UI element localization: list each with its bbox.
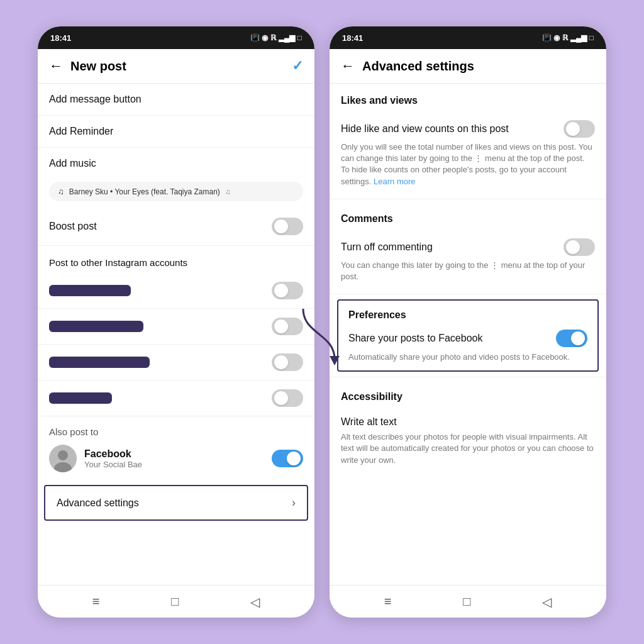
boost-post-item[interactable]: Boost post	[38, 208, 314, 246]
left-confirm-button[interactable]: ✓	[292, 58, 303, 74]
divider-2	[330, 294, 606, 294]
share-facebook-label: Share your posts to Facebook	[348, 333, 482, 344]
right-phone: 18:41 📳 ◉ ℝ ▂▄▆ □ ← Advanced settings Li…	[330, 26, 606, 618]
right-home-icon[interactable]: □	[463, 594, 470, 609]
right-back-nav-icon[interactable]: ◁	[542, 594, 552, 609]
boost-toggle[interactable]	[272, 218, 303, 235]
preferences-title: Preferences	[348, 309, 587, 321]
left-status-time: 18:41	[50, 33, 71, 43]
right-battery-icon: 📳 ◉ ℝ ▂▄▆ □	[542, 33, 594, 42]
add-music-item[interactable]: Add music	[38, 148, 314, 179]
alt-text-label: Write alt text	[341, 416, 397, 428]
svg-marker-3	[330, 356, 340, 365]
censored-account-2	[49, 321, 143, 332]
music-chip[interactable]: ♫ Barney Sku • Your Eyes (feat. Taqiya Z…	[49, 182, 303, 201]
also-post-label: Also post to	[49, 426, 303, 437]
left-nav-header: ← New post ✓	[38, 49, 314, 84]
share-facebook-toggle[interactable]	[556, 330, 587, 347]
advanced-settings-row[interactable]: Advanced settings ›	[44, 485, 308, 521]
right-status-time: 18:41	[342, 33, 363, 43]
comments-header: Comments	[330, 202, 606, 230]
hide-like-counts-label: Hide like and view counts on this post	[341, 123, 556, 135]
turn-off-commenting-row: Turn off commenting	[341, 238, 595, 256]
turn-off-commenting-item[interactable]: Turn off commenting You can change this …	[330, 230, 606, 291]
censored-account-1	[49, 285, 131, 296]
home-icon[interactable]: □	[171, 594, 179, 609]
left-phone: 18:41 📳 ◉ ℝ ▂▄▆ □ ← New post ✓ Add messa…	[38, 26, 314, 618]
right-bottom-nav: ≡ □ ◁	[330, 585, 606, 618]
commenting-toggle[interactable]	[564, 238, 595, 256]
hide-likes-toggle[interactable]	[564, 120, 595, 138]
censored-account-3	[49, 357, 150, 368]
facebook-name: Facebook	[84, 448, 264, 460]
boost-post-label: Boost post	[49, 221, 97, 232]
divider-3	[330, 377, 606, 377]
add-reminder-item[interactable]: Add Reminder	[38, 116, 314, 148]
facebook-avatar	[49, 445, 77, 472]
share-row[interactable]: Share your posts to Facebook	[348, 330, 587, 347]
account-row-3[interactable]	[38, 345, 314, 380]
account-row-2[interactable]	[38, 309, 314, 345]
hide-likes-desc: Only you will see the total number of li…	[341, 142, 595, 187]
add-reminder-label: Add Reminder	[49, 126, 113, 137]
facebook-row[interactable]: Facebook Your Social Bae	[49, 445, 303, 472]
hide-like-counts-row: Hide like and view counts on this post	[341, 120, 595, 138]
account-row-1[interactable]	[38, 273, 314, 309]
facebook-info: Facebook Your Social Bae	[84, 448, 264, 469]
hide-like-counts-item[interactable]: Hide like and view counts on this post O…	[330, 111, 606, 196]
account-4-toggle[interactable]	[272, 389, 303, 407]
right-hamburger-icon[interactable]: ≡	[384, 594, 392, 609]
right-status-bar: 18:41 📳 ◉ ℝ ▂▄▆ □	[330, 26, 606, 49]
hamburger-icon[interactable]: ≡	[92, 594, 100, 609]
divider-1	[330, 199, 606, 199]
facebook-handle: Your Social Bae	[84, 460, 264, 469]
left-bottom-nav: ≡ □ ◁	[38, 585, 314, 618]
back-nav-icon[interactable]: ◁	[250, 594, 260, 609]
left-screen-content: Add message button Add Reminder Add musi…	[38, 84, 314, 585]
svg-point-1	[58, 450, 68, 460]
preferences-box: Preferences Share your posts to Facebook…	[337, 299, 599, 372]
music-chip-text: Barney Sku • Your Eyes (feat. Taqiya Zam…	[69, 187, 220, 196]
advanced-settings-label: Advanced settings	[57, 497, 139, 509]
post-to-accounts-label: Post to other Instagram accounts	[38, 246, 314, 273]
right-screen-content: Likes and views Hide like and view count…	[330, 84, 606, 585]
left-back-button[interactable]: ←	[49, 58, 63, 74]
also-post-section: Also post to Facebook Your Social Bae	[38, 416, 314, 477]
battery-icon: 📳 ◉ ℝ ▂▄▆ □	[250, 33, 302, 42]
accessibility-header: Accessibility	[330, 380, 606, 408]
turn-off-commenting-label: Turn off commenting	[341, 242, 556, 253]
right-status-icons: 📳 ◉ ℝ ▂▄▆ □	[542, 33, 594, 42]
facebook-toggle[interactable]	[272, 450, 303, 467]
learn-more-link[interactable]: Learn more	[374, 177, 415, 186]
add-music-label: Add music	[49, 158, 96, 169]
chevron-right-icon: ›	[292, 496, 296, 509]
right-nav-header: ← Advanced settings	[330, 49, 606, 84]
curved-arrow	[297, 296, 347, 372]
share-facebook-desc: Automatically share your photo and video…	[348, 352, 587, 362]
right-back-button[interactable]: ←	[341, 58, 355, 74]
commenting-desc: You can change this later by going to th…	[341, 260, 595, 282]
music-note-icon: ♫	[58, 187, 64, 196]
right-page-title: Advanced settings	[362, 59, 595, 74]
phones-container: 18:41 📳 ◉ ℝ ▂▄▆ □ ← New post ✓ Add messa…	[38, 26, 606, 618]
left-status-bar: 18:41 📳 ◉ ℝ ▂▄▆ □	[38, 26, 314, 49]
left-page-title: New post	[70, 59, 292, 74]
alt-text-item[interactable]: Write alt text Alt text describes your p…	[330, 408, 606, 475]
alt-text-desc: Alt text describes your photos for peopl…	[341, 431, 595, 466]
left-status-icons: 📳 ◉ ℝ ▂▄▆ □	[250, 33, 302, 42]
add-message-label: Add message button	[49, 94, 142, 105]
alt-text-row: Write alt text	[341, 416, 595, 428]
music-chip-suffix: ♫	[225, 187, 231, 196]
censored-account-4	[49, 392, 112, 404]
likes-views-header: Likes and views	[330, 84, 606, 111]
account-row-4[interactable]	[38, 380, 314, 416]
add-message-button-item[interactable]: Add message button	[38, 84, 314, 116]
